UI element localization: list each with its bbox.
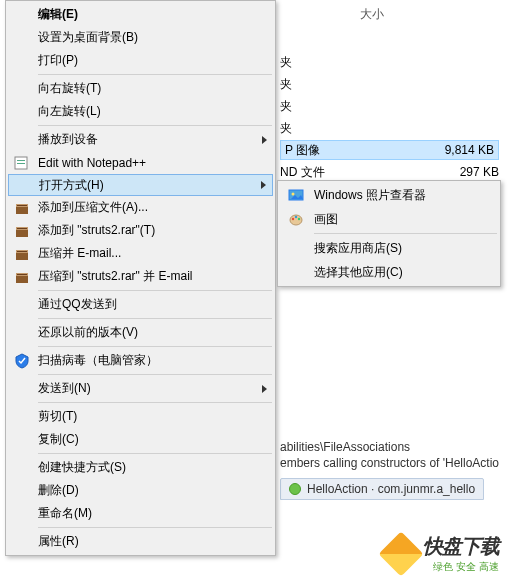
- svg-point-18: [292, 218, 294, 220]
- file-type: 夹: [280, 120, 499, 137]
- description-text: embers calling constructors of 'HelloAct…: [280, 456, 507, 470]
- open-with-submenu: Windows 照片查看器 画图 搜索应用商店(S) 选择其他应用(C): [277, 180, 501, 287]
- submenu-windows-photo-viewer[interactable]: Windows 照片查看器: [280, 183, 498, 207]
- menu-properties[interactable]: 属性(R): [8, 530, 273, 553]
- file-row[interactable]: 夹: [280, 118, 499, 138]
- menu-rar-email[interactable]: 压缩并 E-mail...: [8, 242, 273, 265]
- file-row[interactable]: ND 文件297 KB: [280, 162, 499, 182]
- menu-copy[interactable]: 复制(C): [8, 428, 273, 451]
- context-menu: 编辑(E) 设置为桌面背景(B) 打印(P) 向右旋转(T) 向左旋转(L) 播…: [5, 0, 276, 556]
- watermark-logo-icon: [378, 531, 423, 576]
- svg-rect-5: [17, 205, 27, 206]
- menu-set-background[interactable]: 设置为桌面背景(B): [8, 26, 273, 49]
- watermark-text: 快盘下载 绿色 安全 高速: [423, 533, 499, 574]
- watermark-title: 快盘下载: [423, 533, 499, 560]
- tab-label: HelloAction · com.junmr.a_hello: [307, 482, 475, 496]
- file-type: P 图像: [285, 142, 409, 159]
- menu-rename[interactable]: 重命名(M): [8, 502, 273, 525]
- winrar-icon: [14, 223, 30, 239]
- file-row-selected[interactable]: P 图像9,814 KB: [280, 140, 499, 160]
- svg-rect-12: [16, 275, 28, 283]
- menu-rar-add[interactable]: 添加到压缩文件(A)...: [8, 196, 273, 219]
- file-type: ND 文件: [280, 164, 414, 181]
- menu-rar-email-to[interactable]: 压缩到 "struts2.rar" 并 E-mail: [8, 265, 273, 288]
- shield-icon: [14, 353, 30, 369]
- menu-delete[interactable]: 删除(D): [8, 479, 273, 502]
- menu-print[interactable]: 打印(P): [8, 49, 273, 72]
- svg-rect-2: [17, 163, 25, 164]
- file-row[interactable]: 夹: [280, 74, 499, 94]
- winrar-icon: [14, 200, 30, 216]
- file-type: 夹: [280, 54, 499, 71]
- paint-icon: [288, 211, 304, 227]
- file-type: 夹: [280, 98, 499, 115]
- separator: [314, 233, 497, 234]
- separator: [38, 74, 272, 75]
- menu-cut[interactable]: 剪切(T): [8, 405, 273, 428]
- menu-rar-add-to[interactable]: 添加到 "struts2.rar"(T): [8, 219, 273, 242]
- separator: [38, 290, 272, 291]
- winrar-icon: [14, 246, 30, 262]
- menu-notepad-plus-plus[interactable]: Edit with Notepad++: [8, 151, 273, 174]
- svg-rect-8: [17, 228, 27, 229]
- separator: [38, 125, 272, 126]
- menu-restore-versions[interactable]: 还原以前的版本(V): [8, 321, 273, 344]
- separator: [38, 453, 272, 454]
- editor-tab[interactable]: HelloAction · com.junmr.a_hello: [280, 478, 484, 500]
- class-icon: [289, 483, 301, 495]
- menu-qq-send[interactable]: 通过QQ发送到: [8, 293, 273, 316]
- separator: [38, 374, 272, 375]
- svg-point-16: [292, 193, 295, 196]
- svg-rect-11: [17, 251, 27, 252]
- svg-rect-6: [16, 229, 28, 237]
- menu-cast-to-device[interactable]: 播放到设备: [8, 128, 273, 151]
- chevron-right-icon: [262, 385, 267, 393]
- menu-create-shortcut[interactable]: 创建快捷方式(S): [8, 456, 273, 479]
- column-header-size[interactable]: 大小: [360, 6, 384, 23]
- submenu-choose-other[interactable]: 选择其他应用(C): [280, 260, 498, 284]
- watermark-subtitle: 绿色 安全 高速: [433, 560, 499, 574]
- svg-rect-9: [16, 252, 28, 260]
- file-size: 297 KB: [414, 165, 499, 179]
- menu-send-to[interactable]: 发送到(N): [8, 377, 273, 400]
- separator: [38, 402, 272, 403]
- chevron-right-icon: [261, 181, 266, 189]
- menu-rotate-right[interactable]: 向右旋转(T): [8, 77, 273, 100]
- file-row[interactable]: 夹: [280, 96, 499, 116]
- submenu-paint[interactable]: 画图: [280, 207, 498, 231]
- file-row[interactable]: 夹: [280, 52, 499, 72]
- svg-rect-1: [17, 160, 25, 161]
- menu-open-with[interactable]: 打开方式(H): [8, 174, 273, 196]
- svg-rect-14: [17, 274, 27, 275]
- path-text: abilities\FileAssociations: [280, 440, 507, 454]
- photo-viewer-icon: [288, 187, 304, 203]
- submenu-search-store[interactable]: 搜索应用商店(S): [280, 236, 498, 260]
- winrar-icon: [14, 269, 30, 285]
- watermark: 快盘下载 绿色 安全 高速: [385, 533, 499, 574]
- separator: [38, 346, 272, 347]
- menu-rotate-left[interactable]: 向左旋转(L): [8, 100, 273, 123]
- separator: [38, 527, 272, 528]
- menu-edit[interactable]: 编辑(E): [8, 3, 273, 26]
- menu-scan-virus[interactable]: 扫描病毒（电脑管家）: [8, 349, 273, 372]
- svg-point-19: [295, 216, 297, 218]
- file-type: 夹: [280, 76, 499, 93]
- svg-point-20: [298, 218, 300, 220]
- chevron-right-icon: [262, 136, 267, 144]
- file-size: 9,814 KB: [409, 143, 494, 157]
- notepad-icon: [14, 155, 30, 171]
- separator: [38, 318, 272, 319]
- bottom-panel: abilities\FileAssociations embers callin…: [280, 440, 507, 500]
- svg-rect-3: [16, 206, 28, 214]
